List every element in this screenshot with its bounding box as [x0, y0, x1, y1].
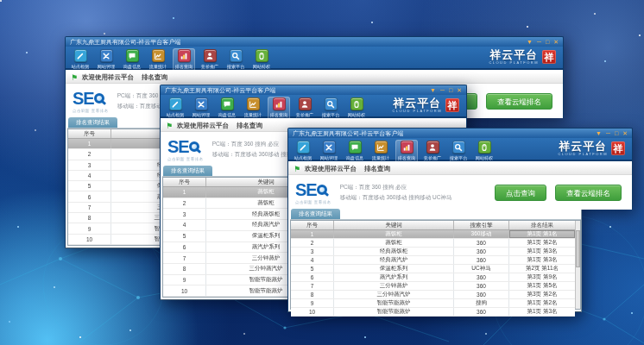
table-cell: 10	[163, 285, 206, 296]
table-row[interactable]: 10智能节能蒸炉360第1页 第3名	[291, 308, 575, 317]
toolbar-item-chat[interactable]: 询盘信息	[121, 48, 143, 72]
table-cell: 10	[291, 308, 334, 316]
close-button[interactable]: ✕	[457, 87, 462, 93]
toolbar-item-search[interactable]: 搜索平台	[319, 97, 342, 120]
toolbar-item-person[interactable]: 竞价推广	[421, 140, 444, 163]
query-button[interactable]: 点击查询	[495, 185, 546, 201]
table-row[interactable]: 1蒸饭柜360移动第1页 第1名	[291, 230, 575, 239]
toolbar-item-chat[interactable]: 询盘信息	[216, 97, 238, 120]
table-cell: 9	[68, 223, 111, 233]
table-cell: 6	[163, 242, 206, 253]
toolbar-item-tools[interactable]: 网站管理	[95, 48, 117, 72]
seo-logo-text: SE	[73, 90, 94, 107]
toolbar-item-bar-chart[interactable]: 排名查询	[173, 48, 195, 72]
toolbar-item-pencil[interactable]: 站点检测	[69, 48, 92, 72]
brand-subtitle: CLOUD PLATFORM	[489, 61, 539, 65]
toolbar-item-person[interactable]: 竞价推广	[199, 48, 221, 72]
brand-text: 祥云平台 CLOUD PLATFORM	[558, 141, 608, 156]
brand-logo: 祥云平台 CLOUD PLATFORM 祥	[489, 47, 563, 65]
column-header[interactable]: 序号	[68, 129, 111, 138]
table-scrollbar[interactable]	[575, 221, 580, 309]
welcome-text: 欢迎使用祥云平台	[305, 165, 357, 173]
table-cell: 6	[68, 191, 111, 201]
toolbar-item-line-chart[interactable]: 流量统计	[147, 48, 169, 72]
engine-list: PC端：百度 360 搜狗 必应 移动端：百度移动 360移动 搜狗移动 UC神…	[340, 182, 452, 204]
minimize-button[interactable]: ─	[440, 87, 445, 93]
tools-icon	[100, 49, 113, 62]
table-cell: 经典蒸饭柜	[334, 248, 454, 255]
toolbar-item-label: 流量统计	[244, 112, 262, 119]
table-cell: 7	[163, 253, 206, 263]
table-row[interactable]: 5保温柜系列UC神马第2页 第11名	[291, 265, 575, 273]
toolbar-item-line-chart[interactable]: 流量统计	[369, 140, 392, 163]
table-cell: 三分钟蒸汽炉	[334, 291, 454, 298]
title-bar[interactable]: 广东九鼎王厨具有限公司-祥云平台客户端 ▼─□✕	[287, 128, 633, 138]
scrollbar-thumb[interactable]	[576, 230, 580, 267]
toolbar-item-label: 网站管理	[98, 64, 115, 71]
window-content: ⚑ 欢迎使用祥云平台 排名查询 SE 点击刷新 查看排名 PC端：百度 360 …	[287, 161, 633, 312]
table-row[interactable]: 2蒸饭柜360第1页 第2名	[291, 239, 575, 248]
toolbar-item-chat[interactable]: 询盘信息	[344, 140, 366, 163]
table-cell: 1	[68, 139, 111, 148]
table-row[interactable]: 3经典蒸饭柜360第1页 第3名	[291, 248, 575, 256]
skin-button[interactable]: ▼	[527, 39, 533, 45]
column-header[interactable]: 关键词	[334, 221, 454, 229]
table-row[interactable]: 7三分钟蒸炉360第1页 第5名	[291, 282, 575, 291]
table-row[interactable]: 8三分钟蒸汽炉360第3页 第2名	[291, 291, 575, 299]
flag-icon: ⚑	[166, 122, 173, 130]
toolbar-item-bar-chart[interactable]: 排名查询	[395, 140, 418, 163]
minimize-button[interactable]: ─	[606, 130, 610, 136]
window-title: 广东九鼎王厨具有限公司-祥云平台客户端	[70, 38, 180, 47]
toolbar-item-search[interactable]: 搜索平台	[447, 140, 470, 163]
welcome-bar: ⚑ 欢迎使用祥云平台 排名查询	[288, 164, 632, 175]
table-cell: 5	[163, 231, 206, 242]
toolbar-item-pencil[interactable]: 站点检测	[292, 140, 314, 163]
toolbar-item-line-chart[interactable]: 流量统计	[242, 97, 264, 120]
table-cell: 蒸饭柜	[334, 230, 454, 238]
table-cell: 第3页 第9名	[509, 273, 575, 281]
table-row[interactable]: 9智能节能蒸炉搜狗第1页 第2名	[291, 299, 575, 308]
person-icon	[299, 97, 312, 110]
skin-button[interactable]: ▼	[430, 87, 436, 93]
table-row[interactable]: 6蒸汽炉系列360第3页 第9名	[291, 273, 575, 282]
column-header[interactable]: 序号	[163, 178, 206, 186]
close-button[interactable]: ✕	[553, 39, 559, 45]
table-cell: 360	[454, 273, 509, 281]
column-header[interactable]: 搜索引擎	[454, 221, 509, 229]
maximize-button[interactable]: □	[615, 130, 618, 136]
table-cell: 经典蒸汽炉	[334, 256, 454, 264]
flag-icon: ⚑	[294, 166, 300, 173]
column-header[interactable]: 序号	[291, 221, 334, 229]
toolbar-item-person[interactable]: 竞价推广	[294, 97, 316, 120]
tab-rank-results[interactable]: 排名查询结果	[68, 117, 117, 128]
toolbar-item-search[interactable]: 搜索平台	[224, 48, 247, 72]
pencil-icon	[169, 97, 182, 110]
tab-rank-results[interactable]: 排名查询结果	[163, 166, 212, 176]
close-button[interactable]: ✕	[622, 130, 628, 136]
toolbar-item-label: 询盘信息	[123, 64, 141, 71]
cloud-rank-button[interactable]: 查看云端排名	[555, 185, 622, 201]
title-bar[interactable]: 广东九鼎王厨具有限公司-祥云平台客户端 ▼─□✕	[160, 85, 467, 95]
column-header[interactable]: 排名结果	[509, 221, 575, 229]
minimize-button[interactable]: ─	[537, 39, 541, 45]
toolbar-item-label: 网站特权	[253, 64, 270, 71]
toolbar-item-mouse[interactable]: 网站特权	[250, 48, 273, 72]
toolbar-item-bar-chart[interactable]: 排名查询	[268, 97, 290, 120]
tab-rank-results[interactable]: 排名查询结果	[291, 209, 340, 219]
table-cell: 5	[68, 181, 111, 191]
skin-button[interactable]: ▼	[596, 130, 602, 136]
cloud-rank-button[interactable]: 查看云端排名	[486, 93, 552, 110]
title-bar[interactable]: 广东九鼎王厨具有限公司-祥云平台客户端 ▼─□✕	[65, 36, 564, 47]
toolbar-item-tools[interactable]: 网站管理	[190, 97, 212, 120]
toolbar-item-label: 网站特权	[476, 155, 493, 162]
toolbar-item-mouse[interactable]: 网站特权	[345, 97, 368, 120]
maximize-button[interactable]: □	[449, 87, 452, 93]
toolbar-item-label: 竞价推广	[201, 64, 218, 71]
maximize-button[interactable]: □	[546, 39, 549, 45]
toolbar-item-pencil[interactable]: 站点检测	[164, 97, 186, 120]
section-title: 排名查询	[142, 73, 167, 82]
table-row[interactable]: 4经典蒸汽炉360第1页 第3名	[291, 256, 575, 265]
toolbar-item-tools[interactable]: 网站管理	[318, 140, 340, 163]
results-table: 序号关键词搜索引擎排名结果 1蒸饭柜360移动第1页 第1名2蒸饭柜360第1页…	[290, 220, 581, 310]
toolbar-item-mouse[interactable]: 网站特权	[473, 140, 496, 163]
